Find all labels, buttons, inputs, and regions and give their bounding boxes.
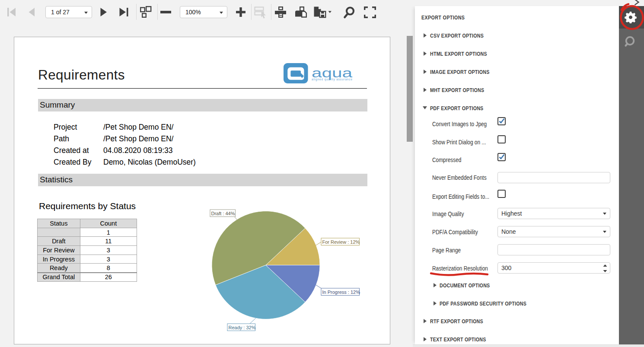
svg-text:aligned quality assurance: aligned quality assurance [312,78,352,81]
svg-text:For Review : 12%: For Review : 12% [322,239,360,245]
svg-text:Draft : 44%: Draft : 44% [211,211,235,216]
svg-text:In Progress : 12%: In Progress : 12% [322,290,360,295]
svg-text:Ready : 32%: Ready : 32% [229,325,256,330]
